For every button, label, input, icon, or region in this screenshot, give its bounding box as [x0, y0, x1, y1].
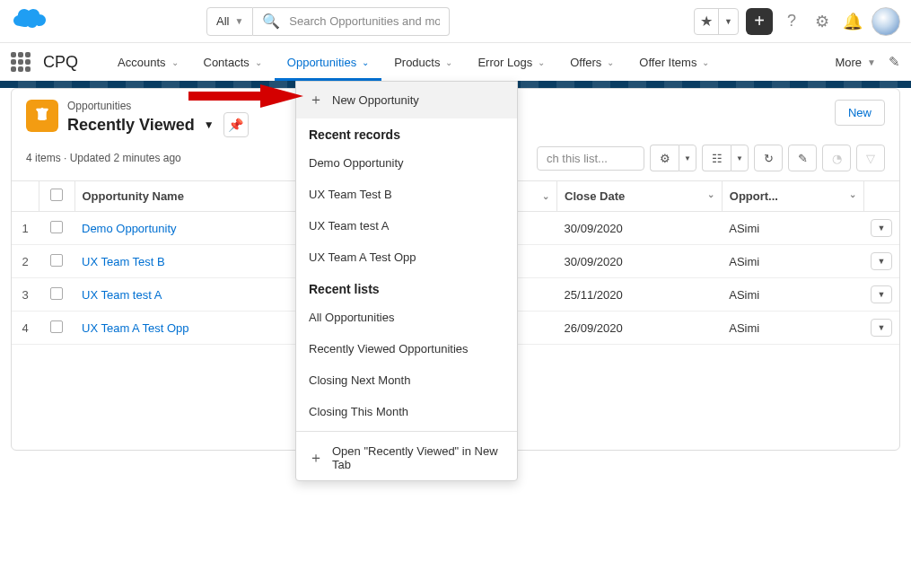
chevron-down-icon: ⌄ [171, 57, 179, 67]
cell-opportunity-name[interactable]: UX Team test A [74, 278, 322, 312]
nav-item-offer-items[interactable]: Offer Items⌄ [626, 43, 722, 81]
search-input[interactable] [289, 14, 440, 28]
chevron-down-icon: ⌄ [362, 57, 369, 67]
menu-open-new-tab[interactable]: ＋ Open "Recently Viewed" in New Tab [296, 435, 517, 480]
nav-item-accounts[interactable]: Accounts⌄ [105, 43, 190, 81]
search-scope-selector[interactable]: All ▼ [206, 7, 253, 36]
global-search[interactable]: 🔍 [253, 7, 450, 36]
recent-record-item[interactable]: UX Team test A [296, 210, 517, 241]
row-select[interactable] [39, 278, 74, 312]
menu-new-opportunity[interactable]: ＋ New Opportunity [296, 82, 517, 118]
recent-record-item[interactable]: UX Team Test B [296, 179, 517, 210]
chevron-down-icon: ▼ [867, 57, 876, 67]
setup-button[interactable]: ⚙ [810, 10, 834, 33]
col-opportunity-name[interactable]: Opportunity Name⌄ [74, 181, 322, 212]
checkbox[interactable] [50, 254, 63, 267]
global-header: All ▼ 🔍 ★ ▼ + ? ⚙ 🔔 [0, 0, 911, 43]
chevron-down-icon: ⌄ [702, 57, 709, 67]
cell-owner: ASimi [722, 278, 863, 312]
svg-rect-0 [36, 109, 48, 111]
inline-edit-button[interactable]: ✎ [788, 145, 817, 171]
nav-item-products[interactable]: Products⌄ [381, 43, 465, 81]
pin-icon: 📌 [228, 118, 243, 132]
new-record-button[interactable]: New [835, 100, 885, 126]
row-number: 1 [12, 212, 39, 245]
chevron-down-icon: ⌄ [538, 57, 545, 67]
row-actions[interactable]: ▼ [863, 312, 899, 345]
row-actions[interactable]: ▼ [863, 212, 899, 245]
menu-label: UX Team Test B [309, 188, 392, 201]
col-select-all[interactable] [39, 181, 74, 212]
menu-divider [296, 431, 517, 432]
help-button[interactable]: ? [780, 10, 803, 33]
cell-close-date: 26/09/2020 [557, 312, 723, 345]
menu-label: All Opportunities [309, 311, 394, 324]
gear-icon: ⚙ [660, 152, 670, 165]
recent-list-item[interactable]: All Opportunities [296, 302, 517, 333]
col-close-date[interactable]: Close Date⌄ [557, 181, 723, 212]
recent-record-item[interactable]: Demo Opportunity [296, 147, 517, 179]
nav-item-offers[interactable]: Offers⌄ [557, 43, 626, 81]
nav-more[interactable]: More▼ [835, 43, 876, 81]
nav-item-contacts[interactable]: Contacts⌄ [191, 43, 275, 81]
filter-button[interactable]: ▽ [856, 145, 885, 171]
cell-opportunity-name[interactable]: UX Team Test B [74, 245, 322, 278]
chevron-down-icon: ▼ [719, 9, 738, 34]
pin-button[interactable]: 📌 [223, 112, 249, 137]
user-avatar[interactable] [872, 7, 900, 36]
menu-label: Demo Opportunity [309, 156, 404, 170]
record-link[interactable]: UX Team test A [82, 288, 162, 302]
global-create-button[interactable]: + [746, 8, 773, 35]
checkbox[interactable] [50, 287, 63, 300]
record-link[interactable]: Demo Opportunity [82, 222, 177, 235]
chevron-down-icon[interactable]: ▼ [871, 285, 892, 303]
col-owner[interactable]: Opport...⌄ [722, 181, 863, 212]
chevron-down-icon[interactable]: ▼ [204, 118, 215, 131]
app-launcher-icon[interactable] [11, 52, 31, 72]
chart-button[interactable]: ◔ [822, 145, 851, 171]
chevron-down-icon: ⌄ [255, 57, 262, 67]
nav-item-opportunities[interactable]: Opportunities⌄ [275, 43, 381, 81]
list-search-input[interactable]: ch this list... [537, 146, 644, 171]
checkbox[interactable] [50, 189, 63, 201]
checkbox[interactable] [50, 221, 63, 233]
row-select[interactable] [39, 245, 74, 278]
chevron-down-icon[interactable]: ▼ [871, 219, 892, 237]
list-view-title[interactable]: Recently Viewed [67, 116, 195, 135]
row-select[interactable] [39, 312, 74, 345]
list-settings-button[interactable]: ⚙▼ [650, 145, 696, 171]
cell-owner: ASimi [722, 212, 863, 245]
chevron-down-icon[interactable]: ▼ [871, 319, 892, 337]
salesforce-logo [11, 7, 54, 36]
menu-label: Closing This Month [309, 405, 408, 418]
cell-opportunity-name[interactable]: UX Team A Test Opp [74, 312, 322, 345]
display-as-button[interactable]: ☷▼ [702, 145, 749, 171]
bell-icon: 🔔 [843, 12, 863, 31]
chevron-down-icon[interactable]: ▼ [871, 252, 892, 270]
row-actions[interactable]: ▼ [863, 278, 899, 312]
row-select[interactable] [39, 212, 74, 245]
record-link[interactable]: UX Team Test B [82, 255, 165, 268]
nav-item-error-logs[interactable]: Error Logs⌄ [465, 43, 557, 81]
chevron-down-icon: ▼ [736, 154, 743, 162]
notifications-button[interactable]: 🔔 [841, 10, 864, 33]
recent-list-item[interactable]: Recently Viewed Opportunities [296, 333, 517, 364]
recent-list-item[interactable]: Closing Next Month [296, 364, 517, 396]
checkbox[interactable] [50, 320, 63, 333]
nav-label: Error Logs [477, 56, 532, 69]
app-name: CPQ [43, 53, 78, 72]
recent-record-item[interactable]: UX Team A Test Opp [296, 241, 517, 273]
refresh-button[interactable]: ↻ [754, 145, 783, 171]
chevron-down-icon: ▼ [684, 154, 691, 162]
row-number: 3 [12, 278, 39, 312]
list-status: 4 items · Updated 2 minutes ago [26, 152, 181, 164]
cell-opportunity-name[interactable]: Demo Opportunity [74, 212, 322, 245]
edit-nav-button[interactable]: ✎ [889, 54, 900, 70]
pencil-icon: ✎ [889, 54, 900, 69]
record-link[interactable]: UX Team A Test Opp [82, 321, 188, 335]
menu-label: Recently Viewed Opportunities [309, 342, 469, 355]
favorites-button[interactable]: ★ ▼ [694, 8, 739, 35]
row-actions[interactable]: ▼ [863, 245, 899, 278]
search-icon: 🔍 [262, 13, 280, 30]
recent-list-item[interactable]: Closing This Month [296, 396, 517, 427]
